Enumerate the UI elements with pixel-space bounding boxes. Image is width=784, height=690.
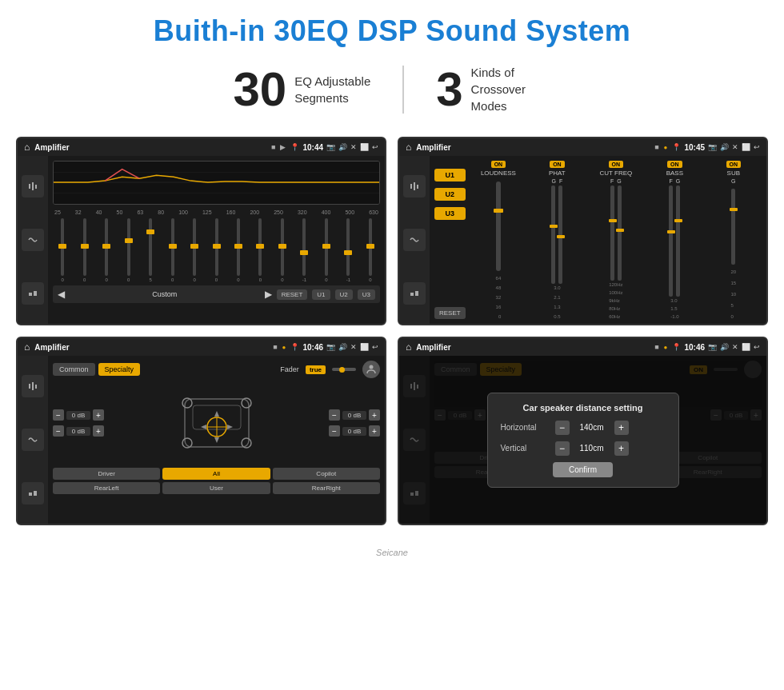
phat-freqs: 3.02.11.30.5 <box>554 285 560 319</box>
vertical-minus[interactable]: − <box>555 441 570 456</box>
spk-btn-rearleft[interactable]: RearLeft <box>53 482 160 494</box>
eq-slider-8[interactable]: 0 <box>206 218 226 282</box>
dot-icon-4: ● <box>664 344 668 351</box>
sidebar-btn-2[interactable] <box>22 229 44 251</box>
svg-marker-31 <box>201 425 206 429</box>
u3-btn[interactable]: U3 <box>434 207 466 220</box>
eq-slider-12[interactable]: -1 <box>294 218 314 282</box>
db-minus-rr[interactable]: − <box>329 425 340 437</box>
eq-u2-btn[interactable]: U2 <box>335 289 353 300</box>
dialog-row-horizontal: Horizontal − 140cm + <box>501 421 666 435</box>
sidebar-btn-1[interactable] <box>22 175 44 197</box>
eq-u3-btn[interactable]: U3 <box>358 289 375 300</box>
eq-slider-9[interactable]: 0 <box>229 218 248 282</box>
svg-point-22 <box>182 398 192 408</box>
loudness-slider[interactable] <box>496 181 501 271</box>
play-icon: ▶ <box>280 143 286 151</box>
svg-rect-16 <box>35 385 37 389</box>
tab-specialty[interactable]: Specialty <box>98 363 141 376</box>
eq-slider-7[interactable]: 0 <box>185 218 204 282</box>
eq-slider-3[interactable]: 0 <box>97 218 116 282</box>
eq-freq-labels: 25 32 40 50 63 80 100 125 160 200 250 32… <box>53 209 380 215</box>
dialog-confirm-btn[interactable]: Confirm <box>553 462 613 477</box>
eq-slider-4[interactable]: 0 <box>118 218 138 282</box>
fader-track[interactable] <box>332 368 356 371</box>
speaker-sidebar-btn-1[interactable] <box>22 375 44 397</box>
eq-slider-11[interactable]: 0 <box>273 218 292 282</box>
status-icons-eq: 📍 10:44 📷 🔊 ✕ ⬜ ↩ <box>290 143 378 152</box>
eq-slider-13[interactable]: 0 <box>317 218 336 282</box>
phat-sliders <box>551 185 562 284</box>
eq-u1-btn[interactable]: U1 <box>312 289 330 300</box>
eq-slider-2[interactable]: 0 <box>74 218 94 282</box>
app-name-eq: Amplifier <box>34 143 266 152</box>
app-name-crossover: Amplifier <box>416 143 650 152</box>
spk-btn-rearright[interactable]: RearRight <box>273 482 380 494</box>
status-bar-dialog: ⌂ Amplifier ■ ● 📍 10:46 📷 🔊 ✕ ⬜ ↩ <box>399 338 766 356</box>
screen-speaker-dialog: ⌂ Amplifier ■ ● 📍 10:46 📷 🔊 ✕ ⬜ ↩ <box>398 337 768 525</box>
u1-btn[interactable]: U1 <box>434 169 466 181</box>
db-minus-fl[interactable]: − <box>53 409 64 421</box>
home-icon-4: ⌂ <box>406 341 411 353</box>
svg-point-23 <box>242 398 251 408</box>
svg-rect-0 <box>29 184 30 189</box>
eq-reset-btn[interactable]: RESET <box>277 289 308 300</box>
spk-btn-user[interactable]: User <box>162 482 270 494</box>
tab-common[interactable]: Common <box>53 363 95 376</box>
u2-btn[interactable]: U2 <box>434 188 466 201</box>
close-icon: ✕ <box>350 143 357 151</box>
window-icon-4: ⬜ <box>742 343 750 351</box>
crossover-sidebar-btn-1[interactable] <box>403 175 426 197</box>
svg-rect-17 <box>29 493 32 496</box>
status-bar-crossover: ⌂ Amplifier ■ ● 📍 10:45 📷 🔊 ✕ ⬜ ↩ <box>399 138 766 156</box>
db-value-rr: 0 dB <box>342 427 366 436</box>
svg-marker-32 <box>227 425 233 429</box>
window-icon-2: ⬜ <box>742 143 750 151</box>
horizontal-minus[interactable]: − <box>555 421 570 435</box>
db-plus-rr[interactable]: + <box>369 425 380 437</box>
page-title: Buith-in 30EQ DSP Sound System <box>16 14 768 48</box>
db-minus-rl[interactable]: − <box>53 425 64 437</box>
svg-rect-1 <box>32 182 34 190</box>
crossover-sidebar-btn-3[interactable] <box>403 282 426 305</box>
car-diagram <box>109 383 324 463</box>
location-icon: 📍 <box>290 143 299 151</box>
eq-slider-5[interactable]: 5 <box>141 218 160 282</box>
location-icon-2: 📍 <box>672 143 681 151</box>
eq-slider-6[interactable]: 0 <box>162 218 182 282</box>
spk-btn-copilot[interactable]: Copilot <box>273 468 380 480</box>
home-icon: ⌂ <box>24 142 30 153</box>
eq-screen-inner: 25 32 40 50 63 80 100 125 160 200 250 32… <box>18 156 385 324</box>
eq-prev-btn[interactable]: ◀ <box>58 289 65 300</box>
speaker-sidebar-btn-3[interactable] <box>22 482 44 505</box>
speaker-sidebar-btn-2[interactable] <box>22 429 44 451</box>
horizontal-plus[interactable]: + <box>614 421 629 435</box>
eq-slider-15[interactable]: 0 <box>361 218 380 282</box>
crossover-reset-btn[interactable]: RESET <box>434 307 466 319</box>
back-icon-2: ↩ <box>754 143 760 151</box>
loudness-label: LOUDNESS <box>481 170 516 177</box>
svg-rect-2 <box>35 185 37 189</box>
crossover-screen-inner: U1 U2 U3 RESET ON LOUDNESS 64 <box>399 156 766 324</box>
sub-vals: 20151050 <box>730 269 736 319</box>
seicane-watermark: Seicane <box>0 541 784 560</box>
db-plus-fr[interactable]: + <box>369 409 380 421</box>
eq-next-btn[interactable]: ▶ <box>265 289 272 300</box>
spk-btn-all[interactable]: All <box>162 468 270 480</box>
eq-slider-14[interactable]: -1 <box>338 218 358 282</box>
home-icon-3: ⌂ <box>24 341 30 353</box>
crossover-sidebar-btn-2[interactable] <box>403 229 426 251</box>
db-plus-rl[interactable]: + <box>93 425 104 437</box>
sidebar-btn-3[interactable] <box>22 282 44 305</box>
status-icons-dialog: 📍 10:46 📷 🔊 ✕ ⬜ ↩ <box>672 343 760 352</box>
db-minus-fr[interactable]: − <box>329 409 340 421</box>
stat-eq-label: EQ AdjustableSegments <box>294 73 370 106</box>
eq-slider-1[interactable]: 0 <box>53 218 72 282</box>
svg-rect-13 <box>415 291 418 296</box>
vertical-plus[interactable]: + <box>614 441 629 456</box>
db-plus-fl[interactable]: + <box>93 409 104 421</box>
eq-slider-10[interactable]: 0 <box>250 218 270 282</box>
dot-icon-3: ● <box>282 344 286 351</box>
svg-marker-29 <box>214 411 219 417</box>
spk-btn-driver[interactable]: Driver <box>53 468 160 480</box>
